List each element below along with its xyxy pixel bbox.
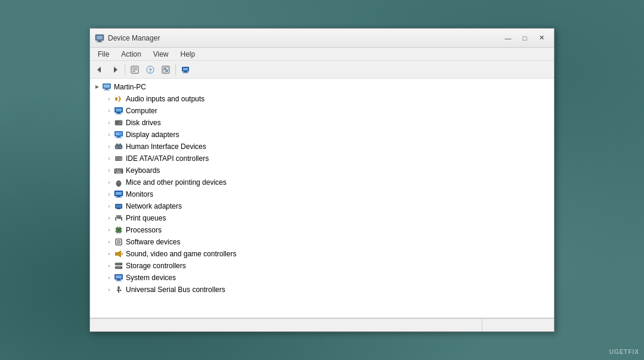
expand-network[interactable]: ›	[104, 201, 114, 211]
update-button[interactable]	[159, 63, 173, 76]
watermark: UGETFIX	[609, 349, 639, 355]
properties-button[interactable]	[128, 63, 142, 76]
svg-rect-30	[116, 114, 122, 114]
tree-item-software[interactable]: › Software devices	[90, 236, 554, 248]
tree-item-sound[interactable]: › Sound, video and game controllers	[90, 248, 554, 260]
expand-mice[interactable]: ›	[104, 178, 114, 187]
label-keyboard: Keyboards	[126, 166, 160, 175]
tree-item-processors[interactable]: › Processors	[90, 224, 554, 236]
svg-rect-34	[116, 122, 119, 122]
expand-disk[interactable]: ›	[104, 118, 114, 128]
tree-item-disk[interactable]: › Disk drives	[90, 117, 554, 129]
svg-rect-57	[117, 171, 120, 172]
icon-sound	[114, 249, 123, 259]
expand-processors[interactable]: ›	[104, 225, 114, 235]
tree-item-monitors[interactable]: › Monitors	[90, 188, 554, 200]
icon-network	[114, 201, 123, 211]
svg-rect-98	[117, 280, 120, 281]
svg-rect-19	[184, 72, 187, 73]
icon-software	[114, 237, 123, 247]
svg-rect-53	[117, 169, 118, 170]
svg-rect-90	[117, 241, 120, 243]
title-bar-controls: — □ ✕	[500, 32, 549, 44]
svg-rect-1	[97, 36, 103, 39]
svg-point-44	[116, 147, 117, 148]
label-hid: Human Interface Devices	[126, 142, 206, 151]
label-print: Print queues	[126, 214, 166, 222]
root-item[interactable]: Martin-PC	[90, 81, 554, 93]
expand-computer[interactable]: ›	[104, 106, 114, 116]
expand-storage[interactable]: ›	[104, 261, 114, 271]
svg-rect-39	[116, 138, 122, 138]
label-computer: Computer	[126, 107, 157, 115]
title-bar: Device Manager — □ ✕	[90, 29, 554, 48]
tree-item-print[interactable]: › Print queues	[90, 212, 554, 224]
tree-item-display[interactable]: › Display adapters	[90, 129, 554, 141]
svg-rect-28	[116, 108, 122, 111]
expand-ide[interactable]: ›	[104, 154, 114, 163]
expand-print[interactable]: ›	[104, 213, 114, 223]
help-button[interactable]: ?	[143, 63, 157, 76]
label-system: System devices	[126, 274, 176, 282]
svg-rect-2	[98, 41, 101, 42]
forward-button[interactable]	[108, 63, 122, 76]
svg-point-103	[120, 290, 122, 291]
label-processors: Processors	[126, 226, 162, 234]
tree-item-usb[interactable]: › Universal Serial Bus controllers	[90, 284, 554, 296]
svg-rect-48	[116, 157, 121, 158]
svg-point-62	[118, 182, 119, 184]
svg-rect-69	[117, 209, 120, 209]
toolbar-sep-1	[125, 64, 125, 75]
maximize-button[interactable]: □	[517, 32, 532, 44]
tree-item-audio[interactable]: › Audio inputs and outputs	[90, 93, 554, 105]
expand-hid[interactable]: ›	[104, 142, 114, 151]
svg-point-33	[120, 122, 121, 123]
expand-audio[interactable]: ›	[104, 94, 114, 104]
expand-monitors[interactable]: ›	[104, 190, 114, 199]
tree-item-storage[interactable]: › Storage controllers	[90, 260, 554, 272]
tree-item-hid[interactable]: › Human Interface Devices	[90, 141, 554, 153]
tree-item-system[interactable]: › System devices	[90, 272, 554, 284]
expand-system[interactable]: ›	[104, 273, 114, 283]
expand-display[interactable]: ›	[104, 130, 114, 139]
expand-usb[interactable]: ›	[104, 285, 114, 294]
svg-rect-42	[116, 144, 118, 145]
icon-ide	[114, 154, 123, 163]
svg-rect-38	[117, 136, 120, 138]
label-software: Software devices	[126, 238, 180, 246]
svg-rect-15	[166, 67, 168, 70]
tree-item-keyboard[interactable]: › Keyboards	[90, 165, 554, 176]
back-button[interactable]	[92, 63, 107, 76]
svg-rect-49	[116, 159, 120, 159]
menu-help[interactable]: Help	[175, 48, 201, 60]
tree-item-mice[interactable]: › Mice and other pointing devices	[90, 176, 554, 188]
content-area[interactable]: Martin-PC › Audio inputs and outputs ›	[90, 79, 554, 318]
minimize-button[interactable]: —	[500, 32, 516, 44]
tree-item-computer[interactable]: › Computer	[90, 105, 554, 117]
svg-rect-56	[115, 171, 116, 172]
menu-action[interactable]: Action	[116, 48, 146, 60]
tree-item-network[interactable]: › Network adapters	[90, 200, 554, 212]
root-icon	[102, 82, 112, 92]
menu-view[interactable]: View	[148, 48, 174, 60]
close-button[interactable]: ✕	[534, 32, 549, 44]
svg-rect-75	[116, 218, 117, 219]
svg-rect-74	[116, 219, 121, 221]
title-bar-left: Device Manager	[95, 33, 160, 43]
app-icon	[95, 33, 104, 43]
expand-sound[interactable]: ›	[104, 249, 114, 259]
svg-rect-14	[166, 70, 168, 72]
status-right	[482, 319, 554, 331]
status-text	[90, 319, 482, 331]
root-expand[interactable]	[92, 82, 102, 92]
menu-file[interactable]: File	[92, 48, 114, 60]
svg-rect-54	[119, 169, 120, 170]
expand-software[interactable]: ›	[104, 237, 114, 247]
show-computer-button[interactable]	[178, 63, 193, 76]
label-disk: Disk drives	[126, 119, 161, 127]
icon-system	[114, 273, 123, 283]
svg-rect-16	[163, 70, 166, 72]
expand-keyboard[interactable]: ›	[104, 166, 114, 175]
tree-item-ide[interactable]: › IDE ATA/ATAPI controllers	[90, 153, 554, 165]
icon-storage	[114, 261, 123, 271]
